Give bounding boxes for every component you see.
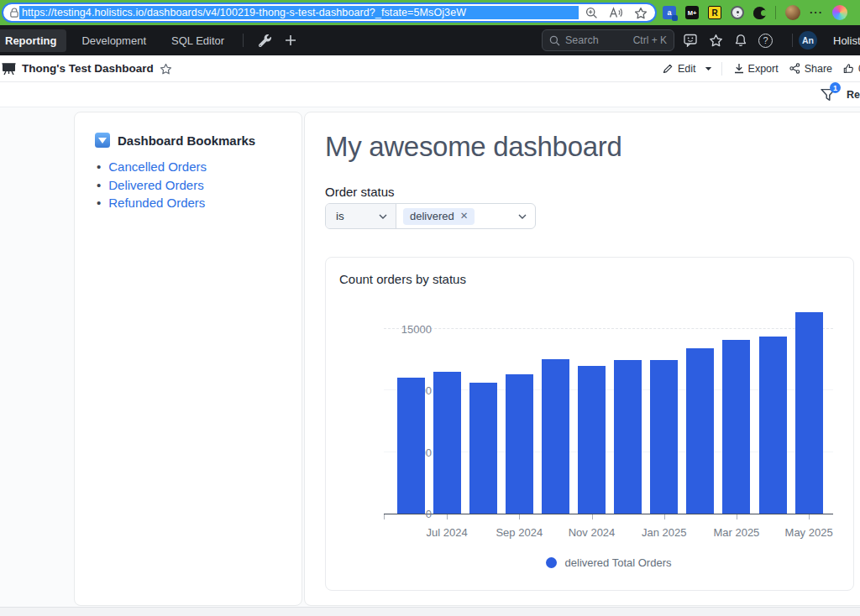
help-icon[interactable]: ? bbox=[758, 34, 773, 48]
nav-divider bbox=[243, 34, 244, 47]
chart-plot: 050001000015000Jul 2024Sep 2024Nov 2024J… bbox=[384, 311, 833, 514]
filter-value-text: delivered bbox=[410, 210, 454, 222]
x-axis-label: Jan 2025 bbox=[634, 526, 695, 539]
tab-development[interactable]: Development bbox=[71, 29, 156, 52]
filter-count-badge: 1 bbox=[830, 82, 841, 93]
bookmark-list: Cancelled Orders Delivered Orders Refund… bbox=[97, 158, 207, 212]
bookmark-link-cancelled[interactable]: Cancelled Orders bbox=[108, 159, 207, 174]
browser-menu-icon[interactable]: ··· bbox=[810, 8, 823, 17]
actions-divider bbox=[721, 62, 722, 76]
bookmark-link-refunded[interactable]: Refunded Orders bbox=[108, 196, 205, 210]
dashboard-title: Thong's Test Dashboard bbox=[22, 62, 154, 75]
favorite-star-icon[interactable] bbox=[634, 7, 648, 19]
dashboard-canvas: My awesome dashboard Order status is del… bbox=[304, 112, 860, 606]
bell-icon[interactable] bbox=[734, 34, 747, 47]
x-axis-tick bbox=[809, 514, 810, 519]
x-axis-origin-tick bbox=[384, 514, 385, 519]
bookmarks-panel: Dashboard Bookmarks Cancelled Orders Del… bbox=[74, 112, 302, 606]
list-item: Cancelled Orders bbox=[97, 158, 207, 176]
browser-extensions: a M+ R ··· bbox=[663, 0, 847, 25]
nav-actions: ? bbox=[684, 25, 801, 55]
dashboard-board-icon bbox=[2, 62, 16, 76]
bar-nov-2024[interactable] bbox=[578, 366, 606, 514]
dark-extension-icon[interactable] bbox=[753, 7, 766, 19]
bookmarks-title: Dashboard Bookmarks bbox=[118, 133, 255, 148]
bar-apr-2025[interactable] bbox=[759, 337, 787, 514]
org-label[interactable]: Holistics bbox=[833, 34, 860, 47]
tab-reporting[interactable]: Reporting bbox=[0, 29, 66, 52]
filter-operator-value: is bbox=[336, 210, 344, 222]
filter-value-select[interactable]: delivered ✕ bbox=[396, 204, 535, 228]
feedback-icon[interactable] bbox=[684, 34, 698, 47]
export-button[interactable]: Export bbox=[732, 63, 781, 75]
bar-mar-2025[interactable] bbox=[722, 340, 750, 514]
copilot-icon[interactable] bbox=[832, 5, 847, 20]
bar-jun-2024[interactable] bbox=[397, 378, 425, 514]
x-axis-label: Jul 2024 bbox=[417, 526, 477, 539]
wrench-icon[interactable] bbox=[259, 34, 271, 47]
x-axis-tick bbox=[592, 514, 593, 519]
x-axis-tick bbox=[664, 514, 665, 519]
search-icon bbox=[549, 35, 560, 46]
search-placeholder: Search bbox=[565, 34, 599, 46]
like-button[interactable]: 0 bbox=[841, 63, 860, 75]
chart-title: Count orders by status bbox=[339, 272, 466, 286]
favorite-dashboard-star-icon[interactable] bbox=[160, 63, 172, 75]
filter-strip: 1 Re bbox=[0, 82, 860, 107]
reset-label[interactable]: Re bbox=[847, 89, 860, 101]
edit-button[interactable]: Edit bbox=[660, 63, 699, 75]
bookmarks-header: Dashboard Bookmarks bbox=[95, 133, 255, 148]
bar-feb-2025[interactable] bbox=[686, 348, 714, 514]
password-manager-extension-icon[interactable] bbox=[731, 6, 744, 19]
read-aloud-icon[interactable] bbox=[609, 7, 623, 19]
x-axis-label: Mar 2025 bbox=[706, 526, 767, 539]
bar-jul-2024[interactable] bbox=[433, 372, 461, 514]
share-label: Share bbox=[805, 63, 832, 75]
filter-value-chip: delivered ✕ bbox=[403, 208, 475, 225]
zoom-icon[interactable] bbox=[585, 7, 598, 19]
download-icon bbox=[734, 63, 744, 74]
bar-sep-2024[interactable] bbox=[506, 374, 533, 514]
share-icon bbox=[789, 63, 800, 74]
share-button[interactable]: Share bbox=[787, 63, 835, 75]
global-search-input[interactable]: Search Ctrl + K bbox=[542, 29, 674, 51]
address-bar-tools bbox=[585, 7, 648, 19]
bar-oct-2024[interactable] bbox=[542, 359, 569, 514]
screen: https://testing4.holistics.io/dashboards… bbox=[0, 0, 860, 616]
bar-dec-2024[interactable] bbox=[614, 360, 642, 514]
order-status-filter-label: Order status bbox=[325, 185, 395, 199]
extension-r-icon[interactable]: R bbox=[708, 6, 721, 19]
page-title: My awesome dashboard bbox=[325, 131, 622, 163]
legend-marker bbox=[546, 557, 557, 568]
add-icon[interactable] bbox=[285, 34, 296, 46]
address-bar[interactable]: https://testing4.holistics.io/dashboards… bbox=[2, 3, 657, 23]
lock-icon[interactable] bbox=[9, 8, 19, 18]
x-axis-tick bbox=[519, 514, 520, 519]
content-area: Dashboard Bookmarks Cancelled Orders Del… bbox=[0, 107, 860, 607]
list-item: Refunded Orders bbox=[97, 194, 207, 212]
edit-caret-icon[interactable] bbox=[705, 66, 712, 71]
chip-close-icon[interactable]: ✕ bbox=[460, 211, 469, 222]
chart-legend[interactable]: delivered Total Orders bbox=[384, 556, 833, 569]
bar-aug-2024[interactable] bbox=[469, 383, 497, 514]
bar-jan-2025[interactable] bbox=[650, 360, 678, 514]
user-avatar[interactable]: An bbox=[799, 31, 817, 50]
chart-widget: Count orders by status 050001000015000Ju… bbox=[325, 257, 854, 591]
chevron-down-icon bbox=[518, 214, 527, 219]
star-icon[interactable] bbox=[709, 34, 723, 47]
bookmark-widget-icon bbox=[95, 133, 110, 148]
x-axis-label: Nov 2024 bbox=[562, 526, 622, 539]
bookmark-link-delivered[interactable]: Delivered Orders bbox=[108, 178, 203, 192]
translate-extension-icon[interactable]: a bbox=[663, 6, 676, 19]
app-nav-bar: Reporting Development SQL Editor Search … bbox=[0, 25, 860, 55]
extension-m-icon[interactable]: M+ bbox=[685, 6, 699, 19]
dashboard-title-group: Thong's Test Dashboard bbox=[2, 55, 172, 81]
y-axis-label: 15000 bbox=[385, 323, 432, 336]
filter-operator-select[interactable]: is bbox=[326, 204, 396, 228]
browser-profile-avatar[interactable] bbox=[785, 5, 800, 20]
x-axis-tick bbox=[737, 514, 737, 519]
url-text[interactable]: https://testing4.holistics.io/dashboards… bbox=[19, 6, 579, 19]
bar-may-2025[interactable] bbox=[795, 312, 823, 514]
export-label: Export bbox=[748, 63, 779, 75]
tab-sql-editor[interactable]: SQL Editor bbox=[161, 29, 234, 52]
